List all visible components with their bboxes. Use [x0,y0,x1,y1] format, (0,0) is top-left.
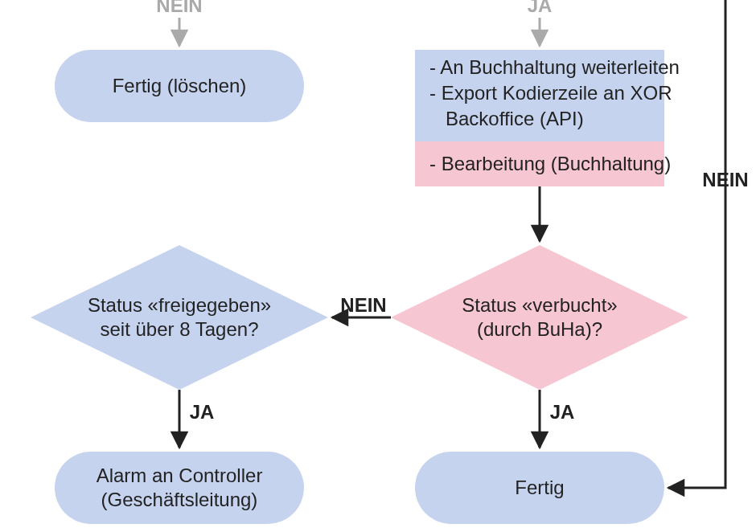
label-nein-middle: NEIN [340,294,386,316]
diamond-left-l1: Status «freigegeben» [88,294,271,316]
diamond-left-l2: seit über 8 Tagen? [100,318,258,340]
label-ja-top: JA [528,0,553,16]
terminal-alarm-controller [55,452,304,524]
label-ja-right: JA [550,401,575,423]
terminal-fertig-loeschen-text: Fertig (löschen) [113,75,247,96]
diamond-status-verbucht [391,245,688,390]
label-nein-top: NEIN [156,0,202,16]
diamond-right-l1: Status «verbucht» [462,294,617,316]
terminal-left-l2: (Geschäftsleitung) [101,489,258,510]
label-nein-right: NEIN [702,169,748,190]
process-pink-line: - Bearbeitung (Buchhaltung) [429,153,671,174]
process-line-2: - Export Kodierzeile an XOR [429,82,672,104]
process-line-3: Backoffice (API) [429,108,584,129]
terminal-right-text: Fertig [515,477,564,498]
label-ja-left: JA [190,401,215,423]
terminal-left-l1: Alarm an Controller [97,464,263,486]
diamond-right-l2: (durch BuHa)? [477,318,602,340]
flowchart-diagram: NEIN JA Fertig (löschen) - An Buchhaltun… [0,0,756,532]
process-line-1: - An Buchhaltung weiterleiten [429,56,680,78]
diamond-status-freigegeben [31,245,328,390]
